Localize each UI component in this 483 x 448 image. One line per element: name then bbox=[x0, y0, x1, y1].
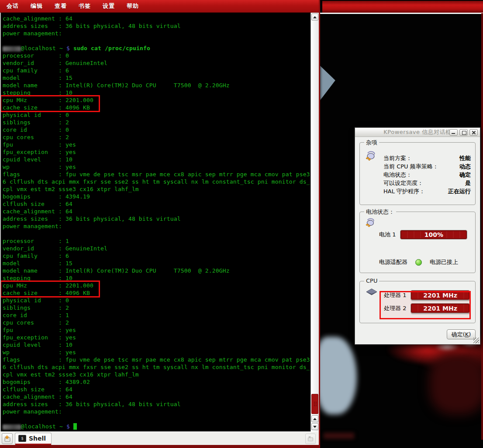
terminal-line: address sizes : 36 bits physical, 48 bit… bbox=[3, 22, 310, 30]
terminal-line: flags : fpu vme de pse tsc msr pae mce c… bbox=[3, 356, 310, 363]
window-buttons bbox=[449, 129, 478, 136]
terminal-content-area: cache_alignment : 64address sizes : 36 b… bbox=[0, 13, 319, 431]
ok-button[interactable]: 确定(K) bbox=[447, 329, 476, 339]
wallpaper-dim-streak bbox=[324, 433, 354, 439]
misc-value: 是 bbox=[465, 179, 471, 187]
terminal-screen[interactable]: cache_alignment : 64address sizes : 36 b… bbox=[1, 13, 310, 431]
terminal-line: cache size : 4096 KB bbox=[3, 289, 310, 297]
terminal-line: cpu family : 6 bbox=[3, 67, 310, 74]
misc-value: 正在运行 bbox=[448, 188, 471, 195]
terminal-scrollbar[interactable] bbox=[310, 13, 319, 431]
misc-group-title: 杂项 bbox=[364, 139, 379, 147]
scrollbar-down-arrow-icon[interactable] bbox=[311, 423, 318, 430]
terminal-line: core id : 1 bbox=[3, 311, 310, 319]
terminal-line: processor : 1 bbox=[3, 237, 310, 245]
new-session-icon bbox=[3, 435, 11, 443]
blurred-username bbox=[3, 424, 21, 430]
scrollbar-up-arrow-icon[interactable] bbox=[311, 14, 318, 21]
dialog-title: KPowersave 信息对话框 bbox=[383, 128, 451, 136]
terminal-line: wp : yes bbox=[3, 349, 310, 356]
misc-row-5: HAL 守护程序：正在运行 bbox=[383, 187, 471, 195]
terminal-line: fpu : yes bbox=[3, 141, 310, 148]
terminal-line: cache_alignment : 64 bbox=[3, 15, 310, 22]
battery-level-bar: 100% bbox=[400, 230, 467, 239]
terminal-line: cache_alignment : 64 bbox=[3, 393, 310, 400]
terminal-line: model : 15 bbox=[3, 260, 310, 267]
terminal-line: cpl vmx est tm2 ssse3 cx16 xtpr lahf_lm bbox=[3, 185, 310, 193]
terminal-line: model : 15 bbox=[3, 74, 310, 82]
terminal-line: cpu cores : 2 bbox=[3, 319, 310, 326]
menu-item-3[interactable]: 查看 bbox=[55, 2, 67, 10]
tab-shell[interactable]: $ Shell bbox=[15, 433, 52, 445]
battery-percent: 100% bbox=[424, 231, 443, 238]
green-led-icon bbox=[415, 259, 422, 266]
battery-groupbox: 电池状态： 电池 1 100% 电源适配器 电源已接上 bbox=[359, 212, 476, 273]
terminal-line: cache_alignment : 64 bbox=[3, 208, 310, 215]
terminal-line: address sizes : 36 bits physical, 48 bit… bbox=[3, 400, 310, 408]
wallpaper-blue-fabric bbox=[320, 337, 357, 414]
terminal-prompt-line: @localhost ~ $ bbox=[3, 423, 310, 430]
misc-row-4: 可以设定亮度：是 bbox=[383, 179, 471, 187]
battery-group-title: 电池状态： bbox=[364, 208, 396, 216]
background-window-right-edge bbox=[481, 13, 483, 440]
cpu-row-2: 处理器 22201 MHz bbox=[384, 303, 470, 313]
scrollbar-thumb[interactable] bbox=[311, 394, 318, 414]
menu-item-6[interactable]: 帮助 bbox=[127, 2, 139, 10]
terminal-line: cache size : 4096 KB bbox=[3, 104, 310, 111]
terminal-line: core id : 0 bbox=[3, 126, 310, 133]
terminal-line: bogomips : 4389.02 bbox=[3, 378, 310, 386]
misc-row-3: 电池状态：确定 bbox=[383, 171, 471, 179]
terminal-line bbox=[3, 230, 310, 237]
terminal-tabbar: $ Shell bbox=[0, 431, 319, 445]
terminal-line: vendor_id : GenuineIntel bbox=[3, 245, 310, 252]
new-session-button[interactable] bbox=[2, 433, 13, 444]
terminal-line: wp : yes bbox=[3, 163, 310, 171]
battery-row: 电池 1 100% bbox=[379, 230, 467, 239]
terminal-window: 会话编辑查看书签设置帮助 cache_alignment : 64address… bbox=[0, 0, 320, 448]
cpu-row-1: 处理器 12201 MHz bbox=[384, 290, 470, 300]
resize-grip[interactable] bbox=[473, 338, 479, 343]
terminal-line: fpu_exception : yes bbox=[3, 148, 310, 156]
misc-label: 当前 CPU 频率策略： bbox=[383, 163, 438, 171]
tab-label: Shell bbox=[29, 435, 46, 442]
menu-item-5[interactable]: 设置 bbox=[103, 2, 115, 10]
misc-row-2: 当前 CPU 频率策略：动态 bbox=[383, 162, 471, 171]
misc-value: 性能 bbox=[459, 154, 471, 162]
terminal-line: model name : Intel(R) Core(TM)2 Duo CPU … bbox=[3, 82, 310, 89]
misc-label: 可以设定亮度： bbox=[383, 179, 423, 187]
terminal-line: flags : fpu vme de pse tsc msr pae mce c… bbox=[3, 171, 310, 178]
maximize-icon[interactable] bbox=[459, 129, 468, 136]
menu-item-1[interactable]: 会话 bbox=[7, 2, 19, 10]
terminal-line: cpu MHz : 2201.000 bbox=[3, 96, 310, 104]
screen: 会话编辑查看书签设置帮助 cache_alignment : 64address… bbox=[0, 0, 483, 448]
terminal-line: clflush size : 64 bbox=[3, 386, 310, 393]
close-session-button[interactable] bbox=[305, 434, 316, 444]
close-icon[interactable] bbox=[469, 129, 478, 136]
blurred-username bbox=[3, 46, 21, 51]
scrollbar-up-arrow-bottom-icon[interactable] bbox=[311, 415, 318, 422]
power-plug-icon bbox=[365, 217, 376, 229]
terminal-line: 6 clflush dts acpi mmx fxsr sse sse2 ss … bbox=[3, 363, 310, 371]
terminal-line: stepping : 10 bbox=[3, 89, 310, 96]
misc-row-1: 当前方案：性能 bbox=[383, 154, 471, 162]
battery-label: 电池 1 bbox=[379, 231, 396, 239]
background-window-edge bbox=[320, 13, 483, 14]
menu-item-2[interactable]: 编辑 bbox=[31, 2, 43, 10]
menu-item-4[interactable]: 书签 bbox=[79, 2, 91, 10]
terminal-menubar: 会话编辑查看书签设置帮助 bbox=[0, 0, 319, 13]
terminal-line: siblings : 2 bbox=[3, 304, 310, 311]
terminal-line: bogomips : 4394.19 bbox=[3, 193, 310, 200]
minimize-icon[interactable] bbox=[449, 129, 458, 136]
wallpaper-light-shape bbox=[320, 62, 345, 100]
dialog-titlebar[interactable]: KPowersave 信息对话框 bbox=[355, 128, 480, 137]
terminal-line: siblings : 2 bbox=[3, 119, 310, 126]
terminal-cursor bbox=[73, 423, 77, 430]
cpu-frequency-bar: 2201 MHz bbox=[411, 290, 470, 300]
terminal-line: physical id : 0 bbox=[3, 111, 310, 119]
terminal-line: processor : 0 bbox=[3, 52, 310, 59]
misc-groupbox: 杂项 当前方案：性能当前 CPU 频率策略：动态电池状态：确定可以设定亮度：是H… bbox=[359, 142, 476, 205]
terminal-line: fpu : yes bbox=[3, 326, 310, 334]
terminal-line: cpu family : 6 bbox=[3, 252, 310, 260]
terminal-icon: $ bbox=[18, 435, 26, 442]
terminal-line: power management: bbox=[3, 30, 310, 37]
